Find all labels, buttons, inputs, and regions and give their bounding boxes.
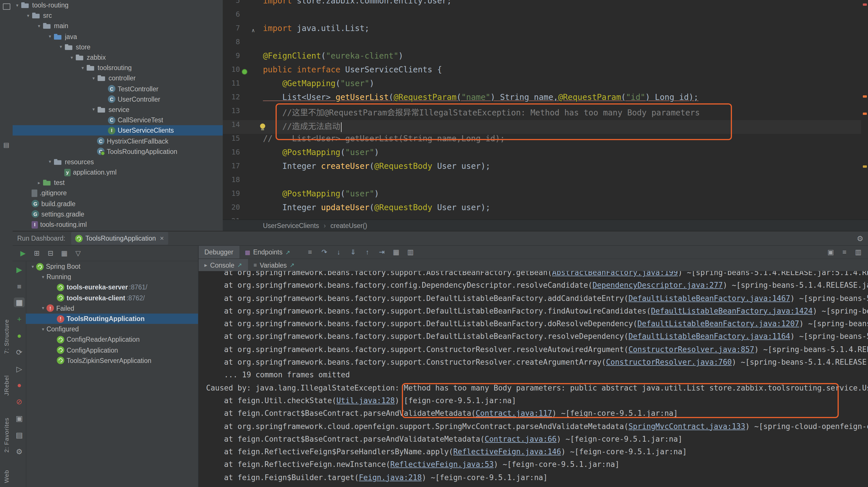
code-line[interactable]: 18 bbox=[223, 175, 861, 189]
line-number[interactable]: 21 bbox=[223, 216, 240, 219]
resume-icon[interactable]: ▶ bbox=[12, 261, 26, 278]
line-number[interactable]: 6 bbox=[223, 10, 240, 24]
stack-trace-link[interactable]: Feign.java:218 bbox=[359, 473, 422, 482]
tree-item[interactable]: ▾store bbox=[12, 42, 223, 52]
stack-trace-link[interactable]: DefaultListableBeanFactory.java:1467 bbox=[628, 294, 790, 302]
line-number[interactable]: 17 bbox=[223, 161, 240, 175]
layout-settings-icon[interactable]: ▥ bbox=[403, 248, 417, 256]
stack-trace-link[interactable]: ConstructorResolver.java:760 bbox=[606, 358, 732, 366]
tree-item[interactable]: .gitignore bbox=[12, 188, 223, 199]
tree-item[interactable]: ▾zabbix bbox=[12, 52, 223, 63]
group-by-icon[interactable]: ▦ bbox=[57, 249, 71, 257]
error-stripe[interactable] bbox=[862, 0, 868, 219]
tab-debugger[interactable]: Debugger bbox=[198, 246, 239, 258]
chevron-icon[interactable]: ▾ bbox=[90, 76, 97, 81]
stripe-label-web[interactable]: Web bbox=[0, 466, 12, 487]
screenshot-icon[interactable]: ▣ bbox=[12, 410, 26, 427]
code-line[interactable]: 10public interface UserServiceClients { bbox=[223, 65, 861, 79]
run-dashboard-tree-panel[interactable]: ▶⊞⊟▦▽ ▶■▦+●⟳▷●⊘▣▤⚙ ▾Spring Boot▾Runningt… bbox=[12, 246, 198, 487]
tree-item[interactable]: Gbuild.gradle bbox=[12, 199, 223, 209]
tree-item[interactable]: ▸test bbox=[12, 178, 223, 188]
code-line[interactable]: 7∧import java.util.List; bbox=[223, 24, 861, 37]
stripe-mark[interactable] bbox=[863, 95, 867, 98]
tree-item[interactable]: yapplication.yml bbox=[12, 167, 223, 178]
tree-item[interactable]: CTestController bbox=[12, 84, 223, 94]
code-line[interactable]: 9@FeignClient("eureka-client") bbox=[223, 51, 861, 65]
tab-console[interactable]: ▸ Console ↗ bbox=[198, 259, 248, 271]
show-execution-point-icon[interactable]: ≡ bbox=[303, 248, 317, 256]
chevron-icon[interactable]: ▾ bbox=[29, 264, 36, 269]
refresh-icon[interactable]: ⟳ bbox=[12, 344, 26, 361]
stripe-mark[interactable] bbox=[863, 113, 867, 115]
chevron-icon[interactable]: ▾ bbox=[79, 65, 86, 70]
chevron-icon[interactable]: ▾ bbox=[46, 159, 53, 164]
tree-item[interactable]: ▾java bbox=[12, 31, 223, 42]
tree-item[interactable]: CCallServiceTest bbox=[12, 115, 223, 125]
tree-item[interactable]: ▾resources bbox=[12, 157, 223, 167]
tree-item[interactable]: ▾tools-routing bbox=[12, 0, 223, 10]
chevron-icon[interactable]: ▾ bbox=[57, 44, 64, 50]
tab-variables[interactable]: ≡ Variables ↗ bbox=[248, 259, 300, 271]
code-line[interactable]: 19 @PostMapping("user") bbox=[223, 189, 861, 203]
line-number[interactable]: 20 bbox=[223, 203, 240, 216]
line-number[interactable]: 10 bbox=[223, 65, 240, 79]
code-line[interactable]: 21 bbox=[223, 216, 861, 219]
restore-layout-icon[interactable]: ▣ bbox=[824, 248, 838, 256]
chevron-icon[interactable]: ▾ bbox=[68, 55, 75, 60]
collapse-all-icon[interactable]: ⊟ bbox=[43, 249, 57, 257]
chevron-icon[interactable]: ▾ bbox=[46, 34, 53, 39]
code-line[interactable]: 17 Integer createUser(@RequestBody User … bbox=[223, 161, 861, 175]
project-tree-panel[interactable]: ▾tools-routing▾src▾main▾java▾store▾zabbi… bbox=[12, 0, 223, 231]
more-options-icon[interactable]: ▥ bbox=[851, 248, 865, 256]
code-line[interactable]: 8 bbox=[223, 37, 861, 51]
stack-trace-link[interactable]: DefaultListableBeanFactory.java:1207 bbox=[638, 319, 799, 328]
stack-trace-link[interactable]: DefaultListableBeanFactory.java:1164 bbox=[628, 332, 790, 341]
gear-icon[interactable]: ⚙ bbox=[857, 234, 863, 243]
line-number[interactable]: 14 bbox=[223, 120, 240, 134]
structure-icon[interactable]: ▤ bbox=[0, 141, 12, 149]
tree-item[interactable]: IUserServiceClients bbox=[12, 125, 223, 136]
stop-icon[interactable]: ■ bbox=[12, 278, 26, 295]
tree-item[interactable]: tools-eureka-client :8762/ bbox=[26, 293, 198, 303]
line-number[interactable]: 16 bbox=[223, 148, 240, 161]
line-number[interactable]: 13 bbox=[223, 106, 240, 120]
chevron-icon[interactable]: ▾ bbox=[36, 24, 42, 29]
line-number[interactable]: 5 bbox=[223, 0, 240, 10]
tree-item[interactable]: ▾src bbox=[12, 10, 223, 21]
tree-item[interactable]: CUserController bbox=[12, 94, 223, 104]
tree-item[interactable]: ConfigReaderApplication bbox=[26, 335, 198, 345]
code-line[interactable]: 20 Integer updateUser(@RequestBody User … bbox=[223, 203, 861, 216]
rerun-icon[interactable]: ▷ bbox=[12, 361, 26, 377]
grid-icon[interactable]: ▤ bbox=[12, 427, 26, 443]
stack-trace-link[interactable]: ReflectiveFeign.java:146 bbox=[453, 447, 561, 456]
code-line[interactable]: 5import store.zabbix.common.entity.User; bbox=[223, 0, 861, 10]
code-editor[interactable]: 5import store.zabbix.common.entity.User;… bbox=[223, 0, 868, 219]
chevron-icon[interactable]: ▾ bbox=[40, 327, 46, 332]
expand-all-icon[interactable]: ⊞ bbox=[30, 249, 43, 257]
chevron-icon[interactable]: ▾ bbox=[14, 3, 21, 8]
code-line[interactable]: 11 @GetMapping("user") bbox=[223, 79, 861, 92]
tree-item[interactable]: ▾Configured bbox=[26, 324, 198, 334]
stripe-label-favorites[interactable]: 2: Favorites bbox=[0, 415, 12, 456]
tree-item[interactable]: tools-eureka-server :8761/ bbox=[26, 282, 198, 293]
tree-item[interactable]: ▾controller bbox=[12, 73, 223, 84]
code-line[interactable]: 14 //造成无法启动 bbox=[223, 120, 861, 134]
stack-trace-link[interactable]: Util.java:128 bbox=[336, 396, 395, 405]
tree-item[interactable]: ▾!Failed bbox=[26, 303, 198, 313]
dashboard-view-icon[interactable]: ▦ bbox=[12, 294, 26, 311]
tree-item[interactable]: ▾main bbox=[12, 21, 223, 31]
stripe-label-structure[interactable]: 7: Structure bbox=[0, 309, 12, 364]
line-number[interactable]: 19 bbox=[223, 189, 240, 203]
external-arrow-icon[interactable]: ↗ bbox=[290, 262, 294, 268]
step-out-icon[interactable]: ↑ bbox=[360, 248, 375, 256]
stack-trace-link[interactable]: Contract.java:117 bbox=[476, 409, 552, 418]
stripe-mark[interactable] bbox=[863, 165, 867, 168]
line-number[interactable]: 12 bbox=[223, 92, 240, 106]
step-into-icon[interactable]: ↓ bbox=[332, 248, 346, 256]
stripe-label-jrebel[interactable]: JRebel bbox=[0, 372, 12, 399]
tree-item[interactable]: ToolsZipkinServerApplication bbox=[26, 355, 198, 366]
tree-item[interactable]: ConfigApplication bbox=[26, 345, 198, 355]
line-number[interactable]: 8 bbox=[223, 37, 240, 51]
external-arrow-icon[interactable]: ↗ bbox=[285, 249, 290, 255]
stack-trace-link[interactable]: ReflectiveFeign.java:53 bbox=[391, 460, 494, 469]
